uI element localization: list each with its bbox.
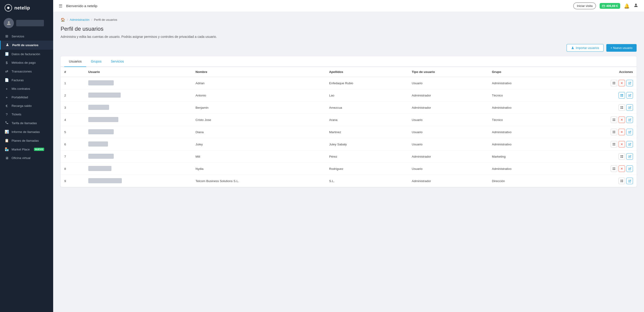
action-edit-button[interactable]: [626, 178, 633, 184]
sidebar-item-transacciones[interactable]: ⇄ Transacciones: [0, 67, 53, 76]
sidebar-navigation: ⊞ Servicios Perfil de usuarios 🧾 Datos d…: [0, 32, 53, 312]
servicios-icon: ⊞: [4, 34, 9, 38]
action-grid-button[interactable]: [618, 178, 625, 184]
table-body: 1 Adrian Enfedaque Rubio Usuario Adminis…: [60, 77, 636, 187]
action-grid-button[interactable]: [611, 129, 617, 135]
avatar: [4, 18, 14, 28]
user-account-icon[interactable]: [633, 3, 638, 9]
breadcrumb-admin-link[interactable]: Administración: [70, 18, 90, 21]
sidebar-item-servicios[interactable]: ⊞ Servicios: [0, 32, 53, 41]
sidebar-item-tarifa-llamadas[interactable]: Tarifa de llamadas: [0, 119, 53, 127]
cell-apellidos: Rodriguez: [326, 163, 408, 175]
sidebar-label-informe-llamadas: Informe de llamadas: [12, 130, 40, 134]
cell-usuario: [84, 151, 192, 163]
sidebar-item-metodos-pago[interactable]: $ Métodos de pago: [0, 58, 53, 67]
cell-nombre: Telcom Business Solutions S.L.: [192, 175, 326, 187]
svg-rect-27: [613, 145, 614, 145]
cell-tipo: Administrador: [408, 175, 488, 187]
importar-usuarios-button[interactable]: Importar usuarios: [566, 44, 604, 52]
cell-apellidos: Amezcua: [326, 102, 408, 114]
breadcrumb: 🏠 / Administración / Perfil de usuarios: [60, 17, 636, 22]
col-num: #: [60, 67, 84, 77]
action-grid-button[interactable]: [618, 92, 625, 99]
cell-acciones: ✕: [559, 114, 636, 126]
svg-rect-20: [614, 120, 615, 121]
marketplace-icon: 🏪: [4, 147, 9, 152]
svg-rect-21: [613, 131, 614, 132]
sidebar-item-marketplace[interactable]: 🏪 Market Place NUEVO: [0, 145, 53, 154]
svg-rect-5: [613, 82, 614, 83]
topbar: ☰ Bienvenido a netelip Iniciar visita 40…: [53, 0, 644, 12]
sidebar-item-portabilidad[interactable]: + Portabilidad: [0, 93, 53, 102]
menu-icon[interactable]: ☰: [59, 3, 62, 8]
svg-rect-12: [622, 96, 623, 96]
sidebar-label-portabilidad: Portabilidad: [12, 96, 28, 99]
col-apellidos: Apellidos: [326, 67, 408, 77]
topbar-right: Iniciar visita 406,69 € 🔔: [573, 2, 638, 9]
sidebar-label-recarga-saldo: Recarga saldo: [12, 104, 32, 108]
breadcrumb-home-icon[interactable]: 🏠: [60, 17, 65, 22]
iniciar-visita-button[interactable]: Iniciar visita: [573, 2, 596, 9]
action-edit-button[interactable]: [626, 165, 633, 172]
col-grupo: Grupo: [488, 67, 559, 77]
table-header-row: # Usuario Nombre Apellidos Tipo de usuar…: [60, 67, 636, 77]
tab-usuarios[interactable]: Usuarios: [64, 56, 86, 67]
action-grid-button[interactable]: [611, 141, 617, 148]
cell-num: 1: [60, 77, 84, 89]
sidebar-item-mis-contratos[interactable]: + Mis contratos: [0, 84, 53, 93]
action-edit-button[interactable]: [626, 129, 633, 135]
action-edit-button[interactable]: [626, 117, 633, 123]
action-edit-button[interactable]: [626, 141, 633, 148]
svg-rect-22: [614, 131, 615, 132]
users-table: # Usuario Nombre Apellidos Tipo de usuar…: [60, 67, 636, 187]
cell-nombre: Antonio: [192, 89, 326, 102]
action-edit-button[interactable]: [626, 92, 633, 99]
svg-rect-34: [614, 167, 615, 168]
action-grid-button[interactable]: [611, 165, 617, 172]
planes-icon: 📋: [4, 139, 9, 143]
nuevo-usuario-button[interactable]: + Nuevo usuario: [606, 44, 636, 52]
action-delete-button[interactable]: ✕: [618, 141, 625, 148]
cell-tipo: Usuario: [408, 126, 488, 138]
action-grid-button[interactable]: [611, 80, 617, 86]
logo: netelip: [0, 0, 53, 16]
svg-point-3: [635, 4, 636, 5]
table-row: 5 Diana Martinez Usuario Administrativo …: [60, 126, 636, 138]
action-delete-button[interactable]: ✕: [618, 129, 625, 135]
cell-tipo: Usuario: [408, 114, 488, 126]
svg-point-0: [8, 21, 10, 23]
action-grid-button[interactable]: [611, 117, 617, 123]
action-delete-button[interactable]: ✕: [618, 117, 625, 123]
sidebar-item-datos-facturacion[interactable]: 🧾 Datos de facturación: [0, 50, 53, 58]
cell-num: 7: [60, 151, 84, 163]
sidebar-item-perfil-usuarios[interactable]: Perfil de usuarios: [0, 41, 53, 50]
sidebar-item-recarga-saldo[interactable]: € Recarga saldo: [0, 102, 53, 110]
nuevo-label: + Nuevo usuario: [610, 46, 632, 50]
cell-grupo: Dirección: [488, 175, 559, 187]
action-edit-button[interactable]: [626, 153, 633, 160]
sidebar-item-facturas[interactable]: 📄 Facturas: [0, 76, 53, 84]
user-search-input[interactable]: [16, 20, 44, 26]
action-grid-button[interactable]: [618, 153, 625, 160]
action-grid-button[interactable]: [618, 104, 625, 111]
cell-acciones: ✕: [559, 77, 636, 89]
sidebar-item-oficina-virtual[interactable]: 🖥 Oficina virtual: [0, 154, 53, 162]
sidebar-item-planes-llamadas[interactable]: 📋 Planes de llamadas: [0, 136, 53, 145]
action-delete-button[interactable]: ✕: [618, 165, 625, 172]
sidebar-item-informe-llamadas[interactable]: 📊 Informe de llamadas: [0, 127, 53, 136]
notifications-icon[interactable]: 🔔: [624, 3, 630, 9]
oficina-icon: 🖥: [4, 156, 9, 160]
tab-grupos[interactable]: Grupos: [86, 56, 106, 67]
action-edit-button[interactable]: [626, 80, 633, 86]
svg-rect-14: [622, 106, 623, 107]
svg-rect-40: [622, 181, 623, 182]
action-edit-button[interactable]: [626, 104, 633, 111]
balance-badge: 406,69 €: [600, 3, 620, 9]
tab-servicios[interactable]: Servicios: [106, 56, 128, 67]
action-delete-button[interactable]: ✕: [618, 80, 625, 86]
cell-num: 5: [60, 126, 84, 138]
svg-rect-8: [614, 83, 615, 84]
svg-rect-18: [614, 119, 615, 120]
sidebar-item-tickets[interactable]: ? Tickets: [0, 110, 53, 119]
cell-nombre: Benjamin: [192, 102, 326, 114]
